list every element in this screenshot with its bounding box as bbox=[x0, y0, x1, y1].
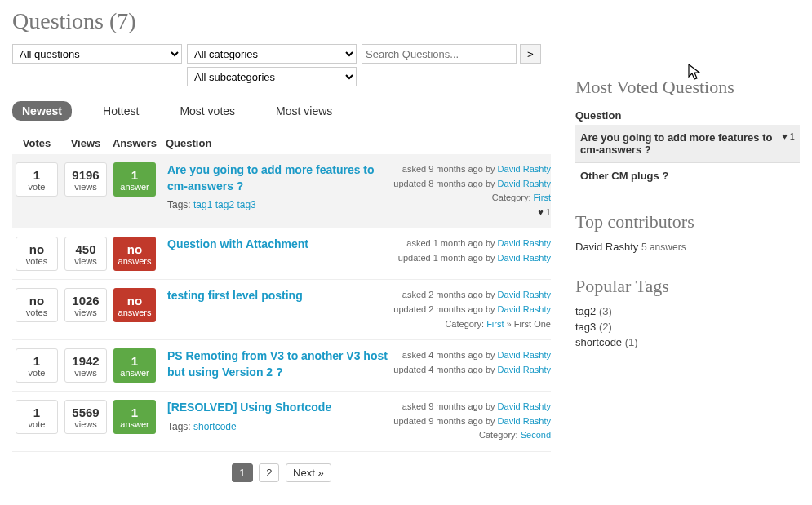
tag-link[interactable]: tag1 bbox=[193, 199, 212, 210]
views-box: 1942 views bbox=[64, 348, 107, 383]
user-link[interactable]: David Rashty bbox=[498, 164, 551, 174]
col-header-question: Question bbox=[159, 137, 551, 149]
tag-name[interactable]: tag2 bbox=[575, 305, 596, 317]
search-go-button[interactable]: > bbox=[520, 44, 541, 64]
user-link[interactable]: David Rashty bbox=[498, 304, 551, 314]
user-link[interactable]: David Rashty bbox=[498, 290, 551, 299]
search-input[interactable] bbox=[362, 44, 517, 64]
tag-link[interactable]: tag2 bbox=[215, 199, 234, 210]
most-voted-item[interactable]: Are you going to add more features to cm… bbox=[575, 125, 800, 162]
answers-box: 1 answer bbox=[113, 400, 156, 434]
votes-label: vote bbox=[29, 419, 46, 429]
answers-label: answer bbox=[120, 419, 149, 429]
updated-line: updated 8 months ago by David Rashty bbox=[388, 177, 551, 192]
votes-box: 1 vote bbox=[16, 400, 58, 434]
popular-tags-block: Popular Tags tag2 (3)tag3 (2)shortcode (… bbox=[575, 276, 800, 348]
user-link[interactable]: David Rashty bbox=[498, 365, 551, 374]
votes-number: no bbox=[29, 242, 44, 256]
tags-line: Tags: shortcode bbox=[167, 421, 388, 432]
views-number: 1942 bbox=[72, 354, 99, 368]
most-voted-block: Most Voted Questions Question Are you go… bbox=[575, 77, 800, 188]
category-link[interactable]: Second bbox=[521, 430, 551, 440]
question-title-link[interactable]: Are you going to add more features to cm… bbox=[167, 163, 375, 193]
mv-item-score: ♥ 1 bbox=[782, 131, 795, 141]
votes-box: no votes bbox=[16, 288, 58, 322]
tag-link[interactable]: shortcode bbox=[193, 421, 237, 432]
views-box: 9196 views bbox=[64, 162, 107, 197]
most-voted-item[interactable]: Other CM plugs ? bbox=[575, 162, 800, 188]
subcategories-filter-select[interactable]: All subcategories bbox=[187, 67, 357, 86]
contributor-line: David Rashty 5 answers bbox=[575, 241, 800, 253]
question-title-link[interactable]: testing first level posting bbox=[167, 289, 303, 302]
category-link[interactable]: First bbox=[486, 319, 504, 329]
user-link[interactable]: David Rashty bbox=[498, 238, 551, 248]
question-row: no votes 450 views no answers Question w… bbox=[12, 228, 551, 280]
category-link[interactable]: First bbox=[534, 193, 551, 202]
question-title-link[interactable]: Question with Attachment bbox=[167, 237, 308, 250]
views-number: 1026 bbox=[72, 294, 99, 308]
sort-most-views[interactable]: Most views bbox=[266, 101, 342, 121]
question-title-link[interactable]: [RESOLVED] Using Shortcode bbox=[167, 401, 331, 414]
contributor-name[interactable]: David Rashty bbox=[575, 241, 638, 253]
pager: 1 2 Next » bbox=[12, 463, 551, 482]
user-link[interactable]: David Rashty bbox=[498, 350, 551, 360]
votes-label: votes bbox=[26, 308, 47, 317]
popular-tag-line: shortcode (1) bbox=[575, 336, 800, 348]
page-title: Questions (7) bbox=[12, 8, 800, 34]
sort-most-votes[interactable]: Most votes bbox=[170, 101, 245, 121]
views-label: views bbox=[74, 182, 97, 192]
question-title-link[interactable]: PS Remoting from V3 to another V3 host b… bbox=[167, 349, 388, 379]
sort-tabs: Newest Hottest Most votes Most views bbox=[12, 101, 551, 121]
user-link[interactable]: David Rashty bbox=[498, 401, 551, 411]
popular-tags-title: Popular Tags bbox=[575, 276, 800, 297]
asked-line: asked 2 months ago by David Rashty bbox=[388, 288, 551, 303]
mv-item-text: Other CM plugs ? bbox=[580, 170, 668, 182]
updated-line: updated 1 month ago by David Rashty bbox=[388, 251, 551, 266]
category-line: Category: First » First One bbox=[388, 317, 551, 332]
answers-box: 1 answer bbox=[113, 162, 156, 197]
tag-name[interactable]: shortcode bbox=[575, 336, 622, 348]
question-row: 1 vote 9196 views 1 answer Are you going… bbox=[12, 154, 551, 228]
top-contributors-title: Top contributors bbox=[575, 211, 800, 233]
tag-name[interactable]: tag3 bbox=[575, 321, 596, 333]
questions-filter-select[interactable]: All questions bbox=[12, 44, 182, 64]
answers-number: no bbox=[127, 294, 142, 308]
answers-label: answers bbox=[118, 256, 152, 266]
tag-count: (2) bbox=[599, 321, 612, 333]
question-row: no votes 1026 views no answers testing f… bbox=[12, 280, 551, 340]
heart-count: ♥ 1 bbox=[388, 206, 551, 220]
col-header-votes: Votes bbox=[12, 137, 61, 149]
views-number: 450 bbox=[75, 242, 95, 256]
pager-next[interactable]: Next » bbox=[286, 463, 331, 482]
answers-label: answer bbox=[120, 368, 149, 378]
sort-hottest[interactable]: Hottest bbox=[93, 101, 149, 121]
pager-page-2[interactable]: 2 bbox=[259, 463, 279, 482]
sort-newest[interactable]: Newest bbox=[12, 101, 72, 121]
updated-line: updated 4 months ago by David Rashty bbox=[388, 363, 551, 378]
asked-line: asked 9 months ago by David Rashty bbox=[388, 162, 551, 177]
popular-tag-line: tag3 (2) bbox=[575, 321, 800, 333]
answers-box: no answers bbox=[113, 288, 156, 322]
answers-number: 1 bbox=[131, 168, 138, 182]
categories-filter-select[interactable]: All categories bbox=[187, 44, 357, 64]
votes-label: vote bbox=[29, 182, 46, 192]
tags-line: Tags: tag1 tag2 tag3 bbox=[167, 199, 388, 210]
votes-label: votes bbox=[26, 256, 47, 266]
pager-page-1[interactable]: 1 bbox=[232, 463, 252, 482]
votes-number: 1 bbox=[33, 168, 40, 182]
user-link[interactable]: David Rashty bbox=[498, 416, 551, 426]
user-link[interactable]: David Rashty bbox=[498, 179, 551, 188]
col-header-answers: Answers bbox=[110, 137, 159, 149]
top-contributors-block: Top contributors David Rashty 5 answers bbox=[575, 211, 800, 253]
answers-box: no answers bbox=[113, 237, 156, 271]
contributor-count: 5 answers bbox=[641, 241, 686, 253]
answers-label: answer bbox=[120, 182, 149, 192]
user-link[interactable]: David Rashty bbox=[498, 253, 551, 263]
asked-line: asked 4 months ago by David Rashty bbox=[388, 348, 551, 363]
views-box: 5569 views bbox=[64, 400, 107, 434]
col-header-views: Views bbox=[61, 137, 110, 149]
question-row: 1 vote 5569 views 1 answer [RESOLVED] Us… bbox=[12, 392, 551, 452]
votes-box: 1 vote bbox=[16, 162, 58, 197]
tag-link[interactable]: tag3 bbox=[237, 199, 255, 210]
votes-number: 1 bbox=[33, 405, 40, 419]
